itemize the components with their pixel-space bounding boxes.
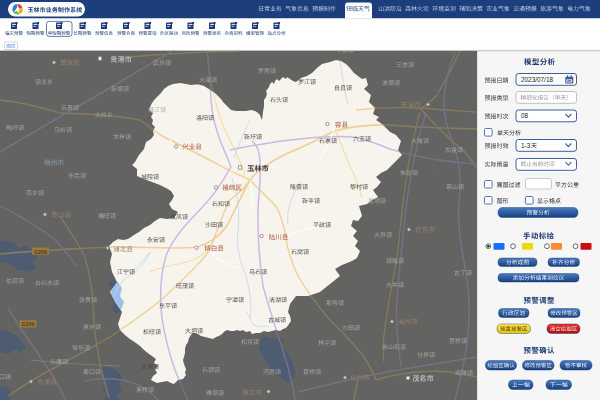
svg-text:08: 08 [521, 112, 529, 119]
svg-text:G209: G209 [21, 321, 34, 327]
svg-text:2023/07/18: 2023/07/18 [521, 76, 553, 83]
svg-text:G209: G209 [34, 249, 47, 255]
svg-text:1-3: 1-3 [521, 142, 531, 149]
